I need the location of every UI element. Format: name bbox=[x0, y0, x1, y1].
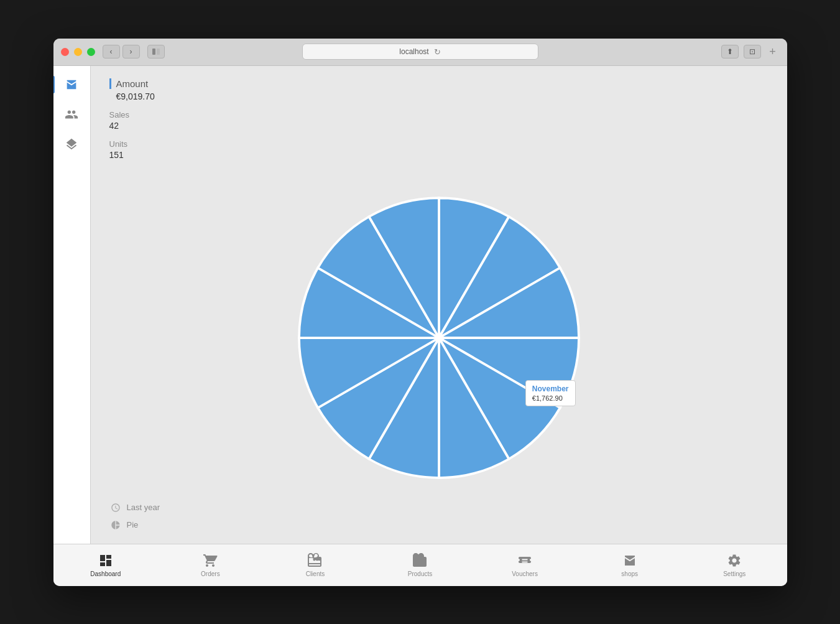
tab-settings[interactable]: Settings bbox=[682, 544, 787, 586]
amount-value: €9,019.70 bbox=[109, 91, 768, 101]
tab-shops-label: shops bbox=[621, 570, 638, 577]
clock-icon bbox=[109, 501, 122, 514]
url-bar[interactable]: localhost ↻ bbox=[302, 44, 538, 60]
refresh-icon[interactable]: ↻ bbox=[434, 47, 441, 57]
tab-dashboard[interactable]: Dashboard bbox=[53, 544, 159, 586]
sidebar-item-users[interactable] bbox=[58, 101, 85, 128]
minimize-button[interactable] bbox=[74, 48, 82, 56]
tab-orders-label: Orders bbox=[201, 570, 220, 577]
tab-dashboard-label: Dashboard bbox=[90, 570, 121, 577]
period-option[interactable]: Last year bbox=[109, 501, 768, 514]
tab-products-label: Products bbox=[408, 570, 432, 577]
tab-vouchers-label: Vouchers bbox=[512, 570, 538, 577]
sidebar-item-layers[interactable] bbox=[58, 131, 85, 158]
sidebar-toggle-button[interactable] bbox=[147, 45, 165, 58]
tab-clients-label: Clients bbox=[306, 570, 325, 577]
bottom-nav: Dashboard Orders Clients Products bbox=[53, 544, 787, 586]
mac-window: ‹ › localhost ↻ ⬆ ⊡ + bbox=[53, 39, 787, 586]
new-tab-button[interactable]: + bbox=[766, 45, 780, 58]
tab-products[interactable]: Products bbox=[367, 544, 473, 586]
maximize-button[interactable] bbox=[87, 48, 95, 56]
period-label: Last year bbox=[127, 503, 160, 512]
main-content: Amount €9,019.70 Sales 42 Units 151 bbox=[91, 66, 787, 544]
pie-icon bbox=[109, 519, 122, 531]
stats-section: Amount €9,019.70 Sales 42 Units 151 bbox=[109, 78, 768, 169]
app-body: Amount €9,019.70 Sales 42 Units 151 bbox=[53, 66, 787, 544]
bottom-options: Last year Pie bbox=[109, 501, 768, 531]
forward-button[interactable]: › bbox=[122, 45, 140, 58]
sales-label: Sales bbox=[109, 110, 768, 119]
tab-vouchers[interactable]: Vouchers bbox=[473, 544, 578, 586]
units-label: Units bbox=[109, 139, 768, 149]
url-text: localhost bbox=[399, 47, 428, 56]
title-bar-right: ⬆ ⊡ + bbox=[721, 45, 780, 58]
sidebar-item-shop[interactable] bbox=[58, 71, 85, 98]
sidebar bbox=[53, 66, 91, 544]
tab-shops[interactable]: shops bbox=[577, 544, 682, 586]
chart-container: November €1,762.90 bbox=[109, 181, 768, 495]
chart-type-label: Pie bbox=[127, 520, 139, 529]
nav-buttons: ‹ › bbox=[103, 45, 140, 58]
pie-chart[interactable]: November €1,762.90 bbox=[284, 182, 594, 493]
svg-rect-0 bbox=[152, 49, 155, 55]
units-value: 151 bbox=[109, 150, 768, 160]
svg-rect-1 bbox=[157, 49, 160, 55]
traffic-lights bbox=[61, 48, 95, 56]
reader-button[interactable]: ⊡ bbox=[744, 45, 761, 58]
amount-label: Amount bbox=[109, 78, 768, 89]
close-button[interactable] bbox=[61, 48, 69, 56]
back-button[interactable]: ‹ bbox=[103, 45, 120, 58]
chart-type-option[interactable]: Pie bbox=[109, 519, 768, 531]
title-bar: ‹ › localhost ↻ ⬆ ⊡ + bbox=[53, 39, 787, 66]
tab-orders[interactable]: Orders bbox=[158, 544, 263, 586]
tab-clients[interactable]: Clients bbox=[263, 544, 368, 586]
tab-settings-label: Settings bbox=[723, 570, 745, 577]
sales-value: 42 bbox=[109, 121, 768, 131]
share-button[interactable]: ⬆ bbox=[721, 45, 739, 58]
